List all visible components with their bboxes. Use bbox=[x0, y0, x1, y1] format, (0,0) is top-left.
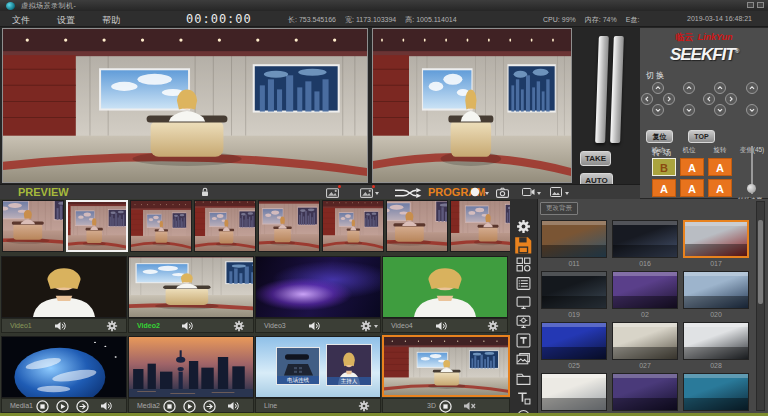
lock-icon[interactable] bbox=[200, 187, 210, 197]
preview-shot[interactable] bbox=[2, 200, 64, 252]
library-scrollbar-thumb[interactable] bbox=[758, 220, 763, 304]
layers-icon[interactable] bbox=[516, 352, 533, 368]
grid-icon[interactable] bbox=[516, 257, 533, 273]
top-button[interactable]: TOP bbox=[688, 130, 715, 143]
scene-thumb[interactable]: 020 bbox=[683, 271, 749, 320]
media-thumb-Media1[interactable] bbox=[1, 336, 127, 398]
film-icon[interactable] bbox=[522, 187, 535, 197]
loop-button[interactable] bbox=[76, 400, 89, 413]
loop-button[interactable] bbox=[203, 400, 216, 413]
snapshot-icon[interactable] bbox=[360, 187, 373, 198]
snapshot-icon[interactable] bbox=[326, 187, 339, 198]
speaker-icon[interactable] bbox=[181, 321, 194, 331]
scene-thumb[interactable]: 02 bbox=[612, 271, 678, 320]
swap-preview-program-icon[interactable] bbox=[392, 187, 422, 199]
menu-item-0[interactable]: 文件 bbox=[10, 13, 32, 28]
monitor-icon[interactable] bbox=[516, 295, 533, 311]
menu-item-1[interactable]: 设置 bbox=[55, 13, 77, 28]
preview-shot[interactable] bbox=[386, 200, 448, 252]
gear-icon[interactable] bbox=[233, 320, 245, 332]
camera-icon[interactable] bbox=[496, 187, 509, 198]
pad-left-button[interactable] bbox=[703, 93, 715, 105]
pad-down-button[interactable] bbox=[683, 104, 695, 116]
menu-item-2[interactable]: 帮助 bbox=[100, 13, 122, 28]
video-thumb-Video3[interactable] bbox=[255, 256, 381, 318]
preview-shot[interactable] bbox=[194, 200, 256, 252]
transition-speed-thumb[interactable] bbox=[747, 184, 756, 193]
folder-icon[interactable] bbox=[516, 371, 533, 387]
pad-up-button[interactable] bbox=[683, 82, 695, 94]
gear-icon[interactable] bbox=[516, 219, 533, 235]
stop-button[interactable] bbox=[163, 400, 176, 413]
preview-shot[interactable] bbox=[258, 200, 320, 252]
scene-thumb[interactable]: 028 bbox=[683, 322, 749, 371]
scene-thumb[interactable] bbox=[541, 373, 607, 416]
window-close-button[interactable] bbox=[757, 2, 764, 8]
projector-icon[interactable] bbox=[516, 314, 533, 330]
transition-cell[interactable]: A bbox=[680, 179, 704, 197]
app-icon bbox=[6, 2, 15, 10]
pad-down-button[interactable] bbox=[714, 104, 726, 116]
pad-right-button[interactable] bbox=[725, 93, 737, 105]
aux-3d-thumb[interactable] bbox=[382, 335, 510, 397]
preview-shot[interactable] bbox=[130, 200, 192, 252]
speaker-muted-icon[interactable] bbox=[463, 401, 476, 411]
speaker-icon[interactable] bbox=[308, 321, 321, 331]
scene-thumb[interactable]: 016 bbox=[612, 220, 678, 269]
play-button[interactable] bbox=[56, 400, 69, 413]
scene-thumb[interactable]: 017 bbox=[683, 220, 749, 269]
tbar-fader-left[interactable] bbox=[595, 36, 609, 143]
video-thumb-Video4[interactable] bbox=[382, 256, 508, 318]
preview-shot[interactable] bbox=[66, 200, 128, 252]
speaker-icon[interactable] bbox=[54, 321, 67, 331]
pad-left-button[interactable] bbox=[641, 93, 653, 105]
speaker-icon[interactable] bbox=[100, 401, 113, 411]
library-scrollbar[interactable] bbox=[756, 201, 765, 411]
play-button[interactable] bbox=[183, 400, 196, 413]
list-icon[interactable] bbox=[516, 276, 533, 292]
pad-up-button[interactable] bbox=[746, 82, 758, 94]
image-icon[interactable] bbox=[550, 187, 562, 197]
stop-button[interactable] bbox=[36, 400, 49, 413]
pad-down-button[interactable] bbox=[652, 104, 664, 116]
transition-cell[interactable]: B bbox=[652, 158, 676, 176]
preview-shot[interactable] bbox=[450, 200, 512, 252]
change-background-button[interactable]: 更改背景 bbox=[540, 202, 578, 215]
phone-connection-thumb[interactable]: 电话连线 bbox=[276, 347, 320, 385]
scene-thumb[interactable]: 025 bbox=[541, 322, 607, 371]
gear-icon[interactable] bbox=[358, 400, 370, 412]
texttool-icon[interactable] bbox=[516, 390, 533, 406]
gear-icon[interactable] bbox=[360, 320, 372, 332]
tbar-fader-right[interactable] bbox=[610, 36, 624, 143]
scene-thumb[interactable] bbox=[612, 373, 678, 416]
gear-icon[interactable] bbox=[487, 320, 499, 332]
scene-thumb[interactable]: 019 bbox=[541, 271, 607, 320]
reset-button[interactable]: 复位 bbox=[646, 130, 673, 143]
scene-thumb[interactable]: 011 bbox=[541, 220, 607, 269]
transition-cell[interactable]: A bbox=[708, 158, 732, 176]
scene-thumb[interactable]: 027 bbox=[612, 322, 678, 371]
line-thumb[interactable]: 电话连线 主持人 bbox=[255, 336, 381, 398]
scene-thumb[interactable] bbox=[683, 373, 749, 416]
pad-up-button[interactable] bbox=[652, 82, 664, 94]
host-thumb[interactable]: 主持人 bbox=[326, 344, 372, 386]
video-thumb-Video2[interactable] bbox=[128, 256, 254, 318]
media-thumb-Media2[interactable] bbox=[128, 336, 254, 398]
textbox-icon[interactable] bbox=[516, 333, 533, 349]
window-minimize-button[interactable] bbox=[747, 2, 754, 8]
gear-icon[interactable] bbox=[106, 320, 118, 332]
pad-right-button[interactable] bbox=[663, 93, 675, 105]
speaker-icon[interactable] bbox=[435, 321, 448, 331]
pad-down-button[interactable] bbox=[746, 104, 758, 116]
transition-cell[interactable]: A bbox=[680, 158, 704, 176]
record-icon[interactable] bbox=[470, 187, 480, 197]
preview-shot[interactable] bbox=[322, 200, 384, 252]
speaker-icon[interactable] bbox=[227, 401, 240, 411]
take-button[interactable]: TAKE bbox=[580, 151, 611, 166]
save-icon[interactable] bbox=[514, 236, 535, 256]
transition-cell[interactable]: A bbox=[652, 179, 676, 197]
video-thumb-Video1[interactable] bbox=[1, 256, 127, 318]
stop-button[interactable] bbox=[439, 400, 452, 413]
transition-cell[interactable]: A bbox=[708, 179, 732, 197]
pad-up-button[interactable] bbox=[714, 82, 726, 94]
